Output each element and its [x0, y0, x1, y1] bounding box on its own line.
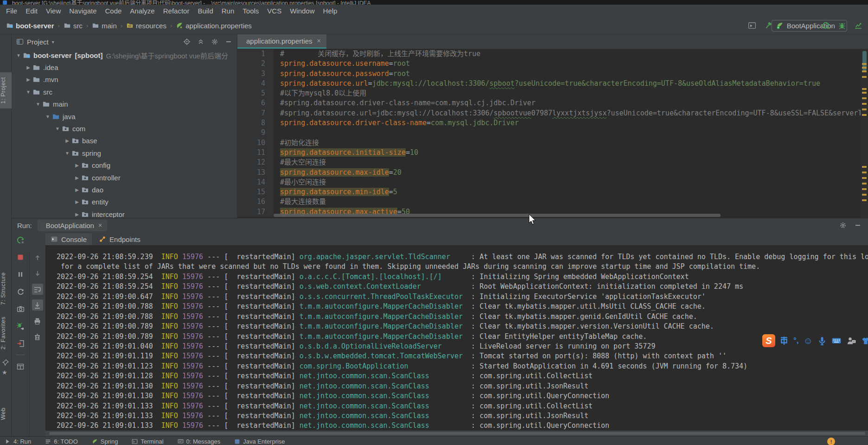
breadcrumb-item-application-properties[interactable]: application.properties	[174, 21, 253, 31]
project-panel-header[interactable]: Project ▾	[12, 34, 237, 49]
menu-item-file[interactable]: File	[2, 7, 21, 15]
menu-item-navigate[interactable]: Navigate	[65, 7, 101, 15]
warning-stripe-mark[interactable]	[862, 177, 867, 179]
camera-button[interactable]	[15, 303, 26, 314]
hide-icon[interactable]	[225, 38, 232, 45]
chevron-down-icon[interactable]: ▼	[44, 114, 52, 119]
editor-horizontal-scrollbar[interactable]	[274, 214, 721, 217]
stop-button[interactable]	[15, 252, 26, 263]
menu-item-help[interactable]: Help	[319, 7, 342, 15]
chevron-right-icon[interactable]: ▶	[63, 138, 71, 143]
up-button[interactable]	[32, 252, 43, 263]
menu-item-build[interactable]: Build	[193, 7, 217, 15]
star-icon[interactable]: ★	[2, 369, 7, 376]
console-output[interactable]: 2022-09-26 21:08:59.239 INFO 15976 --- […	[45, 245, 868, 431]
tree-item-spring[interactable]: ▼spring	[12, 147, 237, 159]
warning-stripe-mark[interactable]	[862, 97, 867, 99]
print-button[interactable]	[32, 315, 43, 326]
menu-item-view[interactable]: View	[42, 7, 65, 15]
debug-attach-button[interactable]	[15, 320, 26, 331]
menu-item-tools[interactable]: Tools	[238, 7, 263, 15]
sidebar-item-project[interactable]: 1: Project	[0, 72, 12, 108]
tree-item-dao[interactable]: ▶dao	[12, 184, 237, 196]
tree-item-interceptor[interactable]: ▶interceptor	[12, 208, 237, 218]
console-horizontal-scrollbar[interactable]	[45, 431, 868, 436]
warning-stripe-mark[interactable]	[862, 76, 867, 78]
warning-stripe-mark[interactable]	[862, 108, 867, 110]
warning-stripe-mark[interactable]	[862, 70, 867, 72]
warning-stripe-mark[interactable]	[862, 194, 867, 196]
run-icon[interactable]	[821, 20, 831, 31]
punctuation-icon[interactable]: °,	[793, 336, 799, 345]
menu-item-analyze[interactable]: Analyze	[126, 7, 159, 15]
tree-item-boot-server[interactable]: ▼boot-server[spboot]G:\shejiing\基于spring…	[12, 49, 237, 61]
statusbar-item-java-enterprise[interactable]: Java Enterprise	[234, 438, 285, 445]
console-scrollbar-thumb[interactable]	[49, 432, 865, 435]
mic-icon[interactable]	[817, 336, 827, 345]
profile-icon[interactable]	[853, 20, 863, 31]
statusbar-item-spring[interactable]: Spring	[92, 438, 118, 445]
tree-item-idea[interactable]: ▶.idea	[12, 61, 237, 73]
editor-area[interactable]: application.properties × 1# 关闭缓存，及时刷新，上线…	[237, 34, 868, 218]
chevron-down-icon[interactable]: ▼	[24, 89, 32, 95]
breadcrumb-item-boot-server[interactable]: boot-server	[5, 21, 56, 31]
chevron-down-icon[interactable]: ▼	[14, 53, 23, 58]
chevron-down-icon[interactable]: ▼	[53, 126, 62, 131]
chevron-down-icon[interactable]: ▼	[34, 102, 42, 107]
tree-item-main[interactable]: ▼main	[12, 98, 237, 110]
tree-item-config[interactable]: ▶config	[12, 159, 237, 172]
locate-icon[interactable]	[183, 38, 191, 45]
exit-button[interactable]	[15, 337, 26, 349]
breadcrumb-item-src[interactable]: src	[62, 21, 84, 31]
breadcrumb-item-resources[interactable]: resources	[125, 21, 168, 31]
warning-stripe-mark[interactable]	[862, 63, 867, 65]
close-icon[interactable]: ×	[98, 222, 102, 229]
chevron-right-icon[interactable]: ▶	[73, 163, 81, 168]
notification-icon[interactable]: !	[827, 438, 835, 445]
chevron-down-icon[interactable]: ▼	[63, 151, 71, 156]
emoji-icon[interactable]: ☺	[804, 336, 813, 346]
chevron-right-icon[interactable]: ▶	[73, 175, 81, 180]
tree-item-com[interactable]: ▼com	[12, 122, 237, 134]
menu-item-window[interactable]: Window	[286, 7, 319, 15]
warning-stripe-mark[interactable]	[862, 199, 867, 201]
keyboard-icon[interactable]	[831, 336, 842, 345]
statusbar-item-4-run[interactable]: 4: Run	[5, 438, 31, 445]
warning-stripe-mark[interactable]	[862, 188, 867, 190]
pause-button[interactable]	[15, 269, 26, 280]
hide-icon[interactable]	[854, 222, 862, 229]
warning-stripe-mark[interactable]	[862, 114, 867, 116]
skin-icon[interactable]	[861, 336, 868, 345]
collapse-all-icon[interactable]	[197, 38, 204, 45]
sogou-logo-icon[interactable]: S	[762, 334, 775, 347]
tree-item-src[interactable]: ▼src	[12, 86, 237, 98]
chevron-right-icon[interactable]: ▶	[24, 77, 32, 82]
rerun-button[interactable]	[15, 235, 26, 246]
menu-item-edit[interactable]: Edit	[21, 7, 42, 15]
menu-item-refactor[interactable]: Refactor	[159, 7, 194, 15]
statusbar-item-6-todo[interactable]: 6: TODO	[45, 438, 78, 445]
tree-item-java[interactable]: ▼java	[12, 110, 237, 122]
run-configuration-dropdown[interactable]: BootApplication ▾	[772, 20, 847, 32]
chevron-right-icon[interactable]: ▶	[73, 187, 81, 192]
tab-endpoints[interactable]: Endpoints	[94, 233, 146, 245]
menu-item-run[interactable]: Run	[217, 7, 239, 15]
softwrap-button[interactable]	[32, 284, 43, 295]
trash-button[interactable]	[32, 331, 43, 342]
statusbar-item-terminal[interactable]: Terminal	[132, 438, 163, 445]
chevron-right-icon[interactable]: ▶	[73, 212, 81, 217]
chevron-right-icon[interactable]: ▶	[73, 199, 81, 204]
tree-item-controller[interactable]: ▶controller	[12, 172, 237, 184]
tab-console[interactable]: Console	[45, 233, 92, 245]
debug-icon[interactable]	[837, 20, 847, 31]
scrollend-button[interactable]	[32, 299, 43, 311]
sidebar-item-structure[interactable]: 7: Structure	[0, 268, 12, 309]
code-editor[interactable]: 1# 关闭缓存，及时刷新，上线生产环境需要修改为true2spring.data…	[237, 49, 861, 218]
run-tab-bootapplication[interactable]: BootApplication ×	[38, 220, 107, 231]
warning-stripe-mark[interactable]	[862, 183, 867, 184]
sidebar-item-favorites[interactable]: 2: Favorites	[0, 312, 12, 353]
gear-icon[interactable]	[211, 38, 218, 45]
tab-application-properties[interactable]: application.properties ×	[237, 34, 326, 49]
breadcrumb-item-main[interactable]: main	[90, 21, 118, 31]
toolwindow-icon[interactable]	[747, 20, 757, 31]
